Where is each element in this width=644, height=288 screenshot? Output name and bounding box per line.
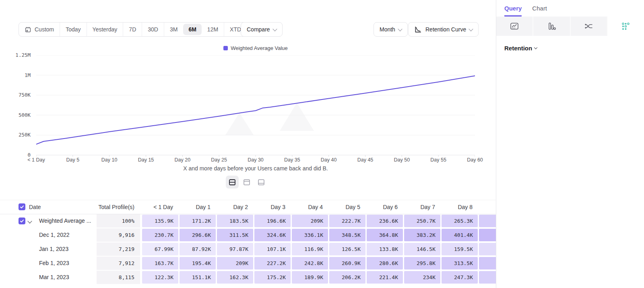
retention-cell: 126.5K [329, 243, 365, 255]
select-all-checkbox[interactable] [19, 203, 25, 210]
x-axis-tick-label: Day 30 [239, 157, 272, 163]
retention-cell: 87.92K [180, 243, 216, 255]
x-axis-tick-label: Day 5 [56, 157, 90, 163]
layout-toggle-table-top[interactable] [240, 176, 253, 189]
report-main-area: CustomTodayYesterday7D30D3M6M12MXTD Comp… [0, 0, 496, 288]
range-30d[interactable]: 30D [142, 23, 164, 36]
row-expand-chevron-icon[interactable] [27, 219, 32, 223]
layout-toggle-table-bottom[interactable] [255, 176, 268, 189]
range-label: 3M [170, 26, 178, 33]
retention-cell: 183.5K [217, 215, 253, 227]
retention-cell: 221.4K [367, 271, 403, 284]
y-axis-tick-label: 500K [0, 112, 31, 118]
x-axis-tick-label: Day 50 [385, 157, 419, 163]
retention-cell: 97.87K [217, 243, 253, 255]
row-date-label: Feb 1, 2023 [39, 256, 69, 270]
range-yesterday[interactable]: Yesterday [87, 23, 123, 36]
tab-flows[interactable] [571, 17, 608, 36]
legend-series-label: Weighted Average Value [231, 45, 288, 51]
granularity-button[interactable]: Month [374, 22, 408, 37]
chart-type-button[interactable]: Retention Curve [408, 22, 479, 37]
range-3m[interactable]: 3M [164, 23, 183, 36]
flows-icon [584, 22, 594, 31]
range-label: 30D [148, 26, 158, 33]
range-label: 7D [129, 26, 136, 33]
tab-retention[interactable] [608, 17, 644, 36]
range-label: 12M [207, 26, 218, 33]
column-header-3: Day 1 [179, 200, 211, 214]
retention-cell: 296.6K [180, 229, 216, 241]
section-title-row: Retention [496, 45, 644, 52]
total-profiles-cell: 7,912 [97, 257, 140, 270]
retention-cell: 116.9K [292, 243, 328, 255]
range-label: Custom [35, 26, 54, 33]
total-profiles-cell: 7,219 [97, 242, 140, 256]
sidebar-tabs: Query Chart [496, 0, 644, 17]
range-label: 6M [188, 26, 196, 33]
compare-label: Compare [247, 26, 270, 33]
column-header-6: Day 4 [291, 200, 323, 214]
retention-cell: 206.2K [329, 271, 365, 284]
check-icon [20, 219, 24, 223]
compare-button[interactable]: Compare [241, 22, 283, 37]
retention-cell: 324.6K [254, 229, 291, 241]
range-label: Yesterday [93, 26, 118, 33]
column-header-date: Date [29, 200, 41, 214]
funnels-icon [547, 22, 556, 31]
y-axis-tick-label: 750K [0, 92, 31, 98]
retention-cell: 236.6K [367, 215, 403, 227]
column-header-2: < 1 Day [142, 200, 173, 214]
x-axis-tick-label: Day 45 [349, 157, 382, 163]
retention-cell: 348.5K [329, 229, 365, 241]
date-range-selector: CustomTodayYesterday7D30D3M6M12MXTD [19, 22, 252, 37]
retention-cell: 401.4K [442, 229, 478, 241]
column-header-1: Total Profile(s) [97, 200, 134, 214]
retention-cell: 313.5K [442, 257, 478, 269]
retention-cell: 209K [217, 257, 253, 269]
layout-split-icon [228, 179, 236, 186]
layout-table-top-icon [243, 179, 251, 186]
tab-query[interactable]: Query [504, 5, 522, 17]
range-label: Today [66, 26, 80, 33]
x-axis-tick-label: Day 25 [202, 157, 236, 163]
x-axis-tick-label: Day 60 [458, 157, 492, 163]
range-7d[interactable]: 7D [123, 23, 142, 36]
column-header-10: Day 8 [441, 200, 473, 214]
tab-funnels[interactable] [533, 17, 570, 36]
table-row[interactable]: Feb 1, 20237,912163.7K195.4K209K227.2K24… [0, 256, 496, 270]
retention-curve-icon [414, 26, 422, 33]
layout-toggle-split[interactable] [226, 176, 239, 189]
row-checkbox[interactable] [19, 218, 25, 224]
column-header-9: Day 7 [404, 200, 435, 214]
retention-cell: 364.8K [367, 229, 403, 241]
retention-cell: 247.3K [442, 271, 478, 284]
range-today[interactable]: Today [60, 23, 86, 36]
chart-legend[interactable]: Weighted Average Value [36, 45, 475, 51]
column-header-5: Day 3 [254, 200, 285, 214]
retention-cell: 133.8K [367, 243, 403, 255]
column-header-4: Day 2 [217, 200, 248, 214]
chart-type-label: Retention Curve [425, 26, 466, 33]
retention-cell: 383.2K [404, 229, 440, 241]
row-date-label: Dec 1, 2022 [39, 228, 70, 242]
x-axis-tick-label: Day 55 [421, 157, 455, 163]
chevron-down-icon [272, 27, 277, 31]
total-profiles-cell: 8,115 [97, 271, 140, 284]
retention-cell: 227.2K [254, 257, 291, 269]
range-12m[interactable]: 12M [202, 23, 224, 36]
table-row[interactable]: Dec 1, 20229,916230.7K296.6K311.5K324.6K… [0, 228, 496, 242]
retention-cell: 67.99K [142, 243, 178, 255]
retention-line-chart[interactable] [36, 55, 475, 155]
tab-chart[interactable]: Chart [532, 5, 547, 17]
tab-insights[interactable] [496, 17, 533, 36]
chevron-down-icon[interactable] [534, 46, 537, 49]
range-custom[interactable]: Custom [19, 23, 60, 36]
total-profiles-cell: 100% [97, 214, 140, 228]
table-row[interactable]: Weighted Average ...100%135.9K171.2K183.… [0, 214, 496, 228]
row-date-label: Jan 1, 2023 [39, 242, 68, 256]
retention-cell: 242.8K [292, 257, 328, 269]
table-row[interactable]: Mar 1, 20238,115122.3K151.1K162.3K175.2K… [0, 270, 496, 284]
range-6m[interactable]: 6M [183, 24, 201, 35]
y-axis-tick-label: 1.25M [0, 52, 31, 58]
table-row[interactable]: Jan 1, 20237,21967.99K87.92K97.87K107.1K… [0, 242, 496, 256]
